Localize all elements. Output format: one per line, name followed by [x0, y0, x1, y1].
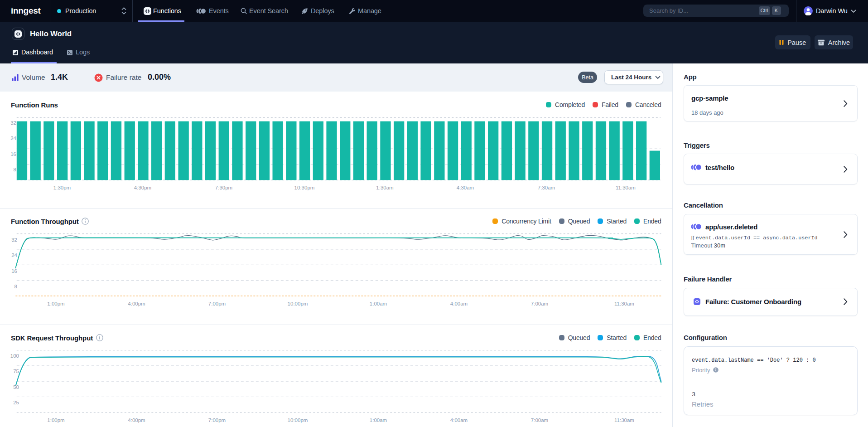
svg-text:1:30pm: 1:30pm [53, 185, 71, 190]
svg-text:1:30am: 1:30am [376, 185, 393, 190]
svg-text:50: 50 [13, 384, 19, 390]
svg-text:4:00pm: 4:00pm [128, 417, 145, 423]
svg-text:11:30am: 11:30am [614, 301, 634, 306]
svg-text:1:00am: 1:00am [370, 417, 387, 423]
svg-text:4:30am: 4:30am [457, 185, 474, 190]
svg-text:16: 16 [11, 268, 17, 274]
svg-text:1:00pm: 1:00pm [47, 417, 64, 423]
svg-text:10:00pm: 10:00pm [288, 301, 308, 306]
svg-text:4:30pm: 4:30pm [134, 185, 151, 190]
svg-text:24: 24 [10, 136, 16, 141]
svg-text:7:00pm: 7:00pm [208, 417, 226, 423]
svg-text:75: 75 [13, 369, 19, 374]
svg-text:8: 8 [14, 284, 17, 289]
svg-text:4:00pm: 4:00pm [128, 301, 145, 306]
svg-text:7:30am: 7:30am [538, 185, 555, 190]
svg-text:8: 8 [14, 167, 16, 172]
svg-text:11:30am: 11:30am [616, 185, 636, 190]
svg-text:24: 24 [11, 252, 17, 258]
svg-text:100: 100 [10, 353, 19, 359]
svg-text:7:00am: 7:00am [531, 301, 548, 306]
svg-text:7:00am: 7:00am [531, 417, 548, 423]
svg-text:32: 32 [10, 120, 16, 126]
svg-text:10:30pm: 10:30pm [294, 185, 315, 190]
svg-text:32: 32 [11, 237, 17, 243]
svg-text:7:00pm: 7:00pm [208, 301, 226, 306]
svg-text:1:00am: 1:00am [370, 301, 387, 306]
svg-text:16: 16 [10, 151, 16, 157]
svg-text:7:30pm: 7:30pm [215, 185, 232, 190]
svg-text:10:00pm: 10:00pm [288, 417, 308, 423]
svg-text:4:00am: 4:00am [450, 417, 468, 423]
svg-text:4:00am: 4:00am [450, 301, 468, 306]
svg-text:11:30am: 11:30am [614, 417, 634, 423]
svg-text:1:00pm: 1:00pm [47, 301, 64, 306]
svg-text:25: 25 [13, 400, 19, 405]
